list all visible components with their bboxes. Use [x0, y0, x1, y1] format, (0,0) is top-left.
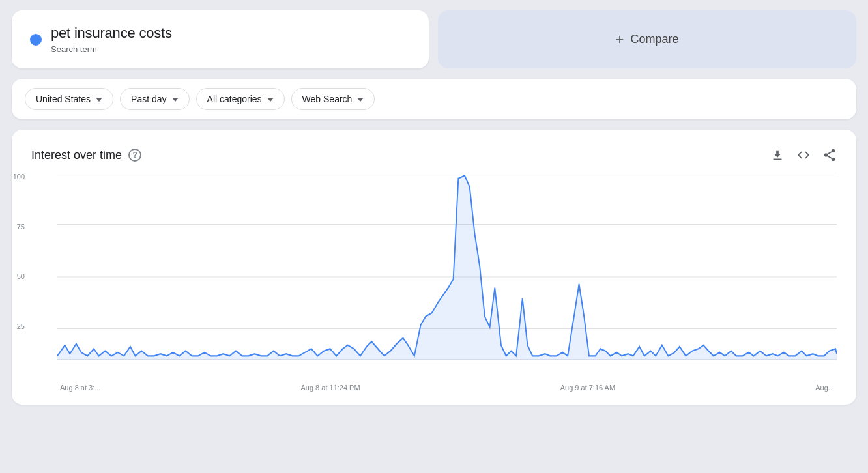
search-term-dot [30, 34, 42, 46]
svg-marker-10 [57, 175, 837, 359]
x-label-0: Aug 8 at 3:... [60, 384, 100, 392]
help-icon[interactable]: ? [128, 149, 141, 162]
search-type-filter[interactable]: Web Search [291, 88, 375, 110]
category-filter-chevron [267, 97, 274, 101]
chart-title: Interest over time [31, 149, 122, 162]
time-range-filter-chevron [172, 97, 179, 101]
search-term-card: pet insurance costs Search term [12, 10, 429, 68]
chart-title-group: Interest over time ? [31, 149, 141, 162]
x-label-1: Aug 8 at 11:24 PM [300, 384, 360, 392]
time-range-filter-label: Past day [131, 94, 166, 104]
y-label-50: 50 [5, 272, 25, 280]
location-filter-label: United States [36, 94, 91, 104]
chart-wrapper: 100 75 50 25 [31, 173, 837, 392]
chart-header: Interest over time ? [31, 148, 837, 162]
location-filter-chevron [96, 97, 102, 101]
search-term-text: pet insurance costs Search term [51, 25, 172, 54]
x-label-3: Aug... [815, 384, 834, 392]
compare-plus-icon: + [616, 31, 624, 48]
y-axis-labels: 100 75 50 25 [5, 173, 25, 392]
page-wrapper: pet insurance costs Search term + Compar… [0, 0, 868, 415]
chart-area [57, 173, 837, 381]
search-type-filter-label: Web Search [302, 94, 353, 104]
category-filter[interactable]: All categories [196, 88, 285, 110]
svg-line-4 [828, 152, 832, 154]
chart-svg [57, 173, 837, 381]
search-term-title: pet insurance costs [51, 25, 172, 42]
x-label-2: Aug 9 at 7:16 AM [560, 384, 615, 392]
top-row: pet insurance costs Search term + Compar… [12, 10, 856, 68]
svg-line-3 [828, 156, 832, 158]
category-filter-label: All categories [207, 94, 262, 104]
y-label-75: 75 [5, 223, 25, 231]
embed-icon[interactable] [796, 148, 811, 162]
svg-point-2 [832, 158, 835, 162]
chart-actions [770, 148, 837, 162]
location-filter[interactable]: United States [25, 88, 113, 110]
svg-point-1 [824, 153, 828, 157]
chart-card: Interest over time ? [12, 130, 856, 405]
search-type-filter-chevron [357, 97, 364, 101]
compare-label: Compare [630, 33, 678, 46]
compare-card[interactable]: + Compare [438, 10, 856, 68]
search-term-subtitle: Search term [51, 44, 172, 54]
share-icon[interactable] [822, 148, 837, 162]
time-range-filter[interactable]: Past day [120, 88, 189, 110]
svg-point-0 [832, 149, 835, 153]
x-axis-labels: Aug 8 at 3:... Aug 8 at 11:24 PM Aug 9 a… [57, 384, 837, 392]
filter-row: United States Past day All categories We… [12, 79, 856, 119]
download-icon[interactable] [770, 148, 785, 162]
y-label-100: 100 [5, 173, 25, 180]
y-label-25: 25 [5, 322, 25, 330]
